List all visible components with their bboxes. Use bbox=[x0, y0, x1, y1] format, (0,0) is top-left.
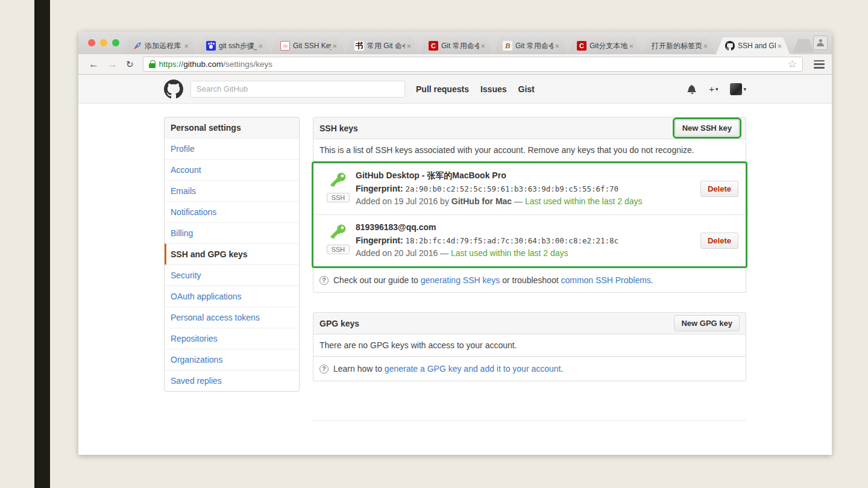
added-text: Added on 20 Jul 2016 bbox=[356, 248, 438, 258]
tab-close-icon[interactable]: × bbox=[703, 42, 708, 50]
tab-close-icon[interactable]: × bbox=[777, 42, 782, 50]
document-icon bbox=[280, 41, 290, 51]
nav-gist[interactable]: Gist bbox=[518, 84, 535, 94]
rocket-icon bbox=[132, 41, 142, 51]
zoom-window-button[interactable] bbox=[112, 39, 119, 46]
forward-button[interactable]: → bbox=[103, 59, 122, 69]
url-scheme: https bbox=[159, 60, 177, 69]
notifications-bell-icon[interactable] bbox=[687, 84, 697, 94]
tab-close-icon[interactable]: × bbox=[555, 42, 559, 50]
minimize-window-button[interactable] bbox=[100, 39, 107, 46]
url-path: /settings/keys bbox=[223, 60, 272, 69]
last-used-text: Last used within the last 2 days bbox=[451, 248, 568, 258]
tab-close-icon[interactable]: × bbox=[406, 42, 411, 50]
tab-close-icon[interactable]: × bbox=[629, 42, 634, 50]
tab-git-branch-ops[interactable]: C Git分支本地操 × bbox=[568, 37, 641, 54]
sidebar-item-account[interactable]: Account bbox=[165, 159, 299, 180]
sidebar-item-billing[interactable]: Billing bbox=[165, 222, 299, 243]
ssh-badge: SSH bbox=[327, 245, 350, 254]
generating-ssh-keys-link[interactable]: generating SSH keys bbox=[421, 275, 500, 285]
tab-title: SSH and GPG bbox=[738, 42, 776, 50]
sidebar-item-notifications[interactable]: Notifications bbox=[165, 201, 299, 222]
close-window-button[interactable] bbox=[88, 39, 95, 46]
sidebar-item-oauth-applications[interactable]: OAuth applications bbox=[165, 286, 299, 307]
ssh-keys-description: This is a list of SSH keys associated wi… bbox=[313, 139, 746, 161]
added-by: GitHub for Mac bbox=[451, 196, 512, 206]
fingerprint-value: 2a:90:b0:c2:52:5c:59:61:b3:63:9d:b9:c5:5… bbox=[405, 184, 618, 193]
new-gpg-key-button[interactable]: New GPG key bbox=[674, 315, 740, 331]
tab-close-icon[interactable]: × bbox=[480, 42, 485, 50]
added-text: Added on 19 Jul 2016 by bbox=[356, 196, 451, 206]
gpg-help-row: ? Learn how to generate a GPG key and ad… bbox=[313, 357, 746, 381]
common-ssh-problems-link[interactable]: common SSH Problems bbox=[561, 275, 650, 285]
new-ssh-key-button[interactable]: New SSH key bbox=[675, 120, 739, 136]
ssh-key-row: SSH 819396183@qq.com Fingerprint: 18:2b:… bbox=[313, 215, 746, 266]
avatar bbox=[730, 83, 742, 95]
tab-common-git-commands[interactable]: 书 常用 Git 命令清 × bbox=[345, 37, 419, 54]
b-logo-icon: B bbox=[503, 41, 512, 51]
settings-main: SSH keys New SSH key This is a list of S… bbox=[313, 117, 746, 421]
annotation-highlight-new-ssh-key: New SSH key bbox=[673, 117, 741, 139]
tab-csdn-git-commands[interactable]: C Git 常用命令大 × bbox=[420, 37, 493, 54]
address-bar[interactable]: https://github.com/settings/keys ☆ bbox=[143, 57, 803, 72]
dash: — bbox=[512, 196, 525, 206]
ssh-key-fingerprint: Fingerprint: 2a:90:b0:c2:52:5c:59:61:b3:… bbox=[356, 183, 660, 196]
delete-key-button[interactable]: Delete bbox=[700, 233, 738, 249]
tab-title: Git SSH Key 生 bbox=[293, 41, 331, 51]
ssh-key-title: 819396183@qq.com bbox=[356, 221, 660, 234]
sidebar-item-saved-replies[interactable]: Saved replies bbox=[165, 370, 299, 391]
url-host: github.com bbox=[183, 60, 223, 69]
new-tab-button[interactable] bbox=[793, 39, 814, 52]
browser-toolbar: ← → ↻ https://github.com/settings/keys ☆ bbox=[78, 54, 832, 75]
reload-button[interactable]: ↻ bbox=[122, 60, 138, 69]
browser-profile-button[interactable] bbox=[813, 36, 828, 50]
user-dropdown[interactable]: ▾ bbox=[730, 83, 746, 95]
create-new-dropdown[interactable]: + ▾ bbox=[709, 84, 718, 94]
chrome-menu-icon[interactable] bbox=[813, 60, 826, 69]
browser-window: 添加远程库 - 廖 × git ssh步骤_百 × Git SSH Key 生 … bbox=[78, 31, 832, 455]
sidebar-item-organizations[interactable]: Organizations bbox=[165, 349, 299, 370]
tab-title: Git 常用命令大 bbox=[441, 41, 479, 51]
sidebar-item-repositories[interactable]: Repositories bbox=[165, 328, 299, 349]
search-input[interactable] bbox=[190, 81, 405, 98]
tab-baidu-git-ssh[interactable]: git ssh步骤_百 × bbox=[197, 37, 271, 54]
sidebar-item-profile[interactable]: Profile bbox=[165, 139, 299, 159]
tab-title: 添加远程库 - 廖 bbox=[145, 41, 183, 51]
generate-gpg-key-link[interactable]: generate a GPG key and add it to your ac… bbox=[385, 364, 561, 374]
tab-close-icon[interactable]: × bbox=[332, 42, 337, 50]
question-icon: ? bbox=[319, 364, 329, 374]
github-logo-icon[interactable] bbox=[164, 80, 183, 99]
nav-pull-requests[interactable]: Pull requests bbox=[416, 84, 469, 94]
tab-bar: 添加远程库 - 廖 × git ssh步骤_百 × Git SSH Key 生 … bbox=[123, 37, 814, 54]
bookmark-star-icon[interactable]: ☆ bbox=[788, 59, 797, 69]
https-lock-icon[interactable] bbox=[149, 60, 156, 68]
tab-close-icon[interactable]: × bbox=[258, 42, 263, 50]
help-middle: or troubleshoot bbox=[500, 275, 561, 285]
delete-key-button[interactable]: Delete bbox=[700, 181, 738, 197]
fingerprint-label: Fingerprint: bbox=[356, 236, 403, 245]
tab-new-tab-page[interactable]: 打开新的标签页 × bbox=[642, 37, 715, 54]
ssh-keys-title: SSH keys bbox=[319, 124, 358, 133]
ssh-key-added-line: Added on 20 Jul 2016 — Last used within … bbox=[356, 247, 660, 260]
gpg-keys-section: GPG keys New GPG key There are no GPG ke… bbox=[313, 312, 746, 381]
github-octocat-icon bbox=[725, 41, 735, 51]
fingerprint-value: 18:2b:fc:4d:79:f5:ad:7c:30:64:b3:00:c8:e… bbox=[405, 236, 618, 245]
slide-left-stripe bbox=[34, 0, 50, 488]
back-button[interactable]: ← bbox=[84, 59, 103, 69]
ssh-help-row: ? Check out our guide to generating SSH … bbox=[313, 268, 746, 293]
person-icon bbox=[817, 39, 824, 46]
baidu-paw-icon bbox=[206, 41, 216, 51]
page-content: Personal settings Profile Account Emails… bbox=[78, 104, 832, 455]
tab-liaoxuefeng-remote-repo[interactable]: 添加远程库 - 廖 × bbox=[123, 37, 197, 54]
tab-close-icon[interactable]: × bbox=[184, 42, 189, 50]
nav-issues[interactable]: Issues bbox=[480, 84, 507, 94]
tab-git-ssh-key[interactable]: Git SSH Key 生 × bbox=[271, 37, 345, 54]
last-used-text: Last used within the last 2 days bbox=[525, 196, 643, 206]
sidebar-item-security[interactable]: Security bbox=[165, 264, 299, 286]
sidebar-item-ssh-gpg-keys[interactable]: SSH and GPG keys bbox=[165, 243, 299, 264]
caret-down-icon: ▾ bbox=[715, 86, 719, 92]
tab-git-cheatsheet[interactable]: B Git 常用命令速 × bbox=[494, 37, 567, 54]
sidebar-item-emails[interactable]: Emails bbox=[165, 180, 299, 201]
sidebar-item-personal-access-tokens[interactable]: Personal access tokens bbox=[165, 307, 299, 328]
tab-github-ssh-gpg-active[interactable]: SSH and GPG × bbox=[716, 37, 790, 54]
